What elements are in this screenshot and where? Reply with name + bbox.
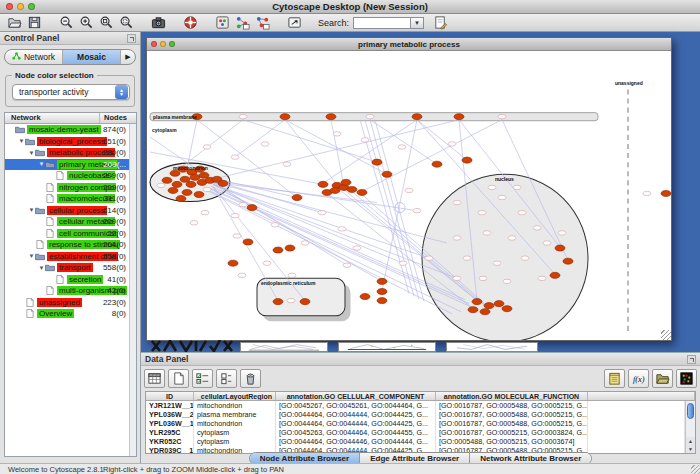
select-attrs-icon[interactable] [192,369,213,388]
network-node[interactable] [261,142,269,146]
unselect-attrs-icon[interactable] [216,369,237,388]
zoom-in-icon[interactable] [78,15,95,30]
expand-arrow-icon[interactable]: ▼ [28,207,35,213]
tree-row[interactable]: ▼biological_process651(0) [5,136,129,148]
selected-network-node[interactable] [292,194,302,200]
selected-network-node[interactable] [176,196,186,202]
network-node[interactable] [190,221,198,225]
selected-network-node[interactable] [273,299,283,305]
network-node[interactable] [203,145,211,149]
network-node[interactable] [448,142,456,146]
table-row[interactable]: YKR052Ccytoplasm[GO:0044464, GO:0044446,… [146,437,685,446]
network-node[interactable] [453,276,461,280]
tree-row[interactable]: ▼metabolic process280(0) [5,147,129,159]
import-attrs-icon[interactable] [652,369,673,388]
search-dropdown-icon[interactable]: ▼ [411,17,424,29]
network-node[interactable] [338,227,346,231]
selected-network-node[interactable] [347,186,357,192]
tree-row[interactable]: ▼cellular process614(0) [5,205,129,217]
expand-arrow-icon[interactable]: ▼ [28,150,35,156]
selected-network-node[interactable] [318,181,328,187]
function-icon[interactable]: f(x) [628,369,649,388]
network-node[interactable] [203,187,211,191]
network-node[interactable] [643,191,651,195]
table-row[interactable]: YJR121W__1mitochondrion[GO:0045267, GO:0… [146,401,685,410]
tree-row[interactable]: response to stimulu264(0) [5,239,129,251]
network-node[interactable] [283,162,291,166]
tree-row[interactable]: ▼establishment of lo558(0) [5,251,129,263]
network-node[interactable] [288,273,296,277]
vizmapper-icon[interactable] [214,15,231,30]
column-header[interactable]: annotation.GO CELLULAR_COMPONENT [276,392,436,400]
network-node[interactable] [508,236,516,240]
network-node[interactable] [366,114,374,118]
selected-network-node[interactable] [182,189,192,195]
network-node[interactable] [239,202,247,206]
annotation-icon[interactable] [432,15,449,30]
selected-network-node[interactable] [494,301,504,307]
selected-network-node[interactable] [377,298,387,304]
network-node[interactable] [543,241,551,245]
network-node[interactable] [463,256,471,260]
network-node[interactable] [361,138,369,142]
tree-row[interactable]: cellular metabo209(0) [5,216,129,228]
network-node[interactable] [353,246,361,250]
network-node[interactable] [518,210,526,214]
app-resize-grip[interactable] [691,465,700,474]
network-node[interactable] [231,155,239,159]
tree-row[interactable]: cell communicat22(0) [5,228,129,240]
notepad-icon[interactable] [604,369,625,388]
selected-network-node[interactable] [468,307,478,313]
snapshot-icon[interactable] [150,15,167,30]
tree-scrollbar[interactable] [129,124,136,456]
matrix-icon[interactable] [676,369,697,388]
tree-row[interactable]: secretion41(0) [5,274,129,286]
selected-network-node[interactable] [454,114,464,120]
network-node[interactable] [453,200,461,204]
selected-network-node[interactable] [190,174,200,180]
table-row[interactable]: YPL036W__1mitochondrion[GO:0044464, GO:0… [146,419,685,428]
delete-attr-icon[interactable] [240,369,261,388]
network-node[interactable] [157,183,165,187]
selected-network-node[interactable] [273,247,283,253]
network-node[interactable] [513,185,521,189]
network-node[interactable] [287,298,295,302]
network-node[interactable] [488,185,496,189]
tab-mosaic[interactable]: Mosaic [63,50,121,64]
table-row[interactable]: YLR295Ccytoplasm[GO:0045263, GO:0044464,… [146,428,685,437]
background-window-fragment[interactable] [446,342,538,352]
selected-network-node[interactable] [330,187,340,193]
tree-row[interactable]: ▼primary metabo209(... [5,159,129,171]
network-modify-icon[interactable] [254,15,271,30]
float-panel-icon[interactable] [127,34,136,43]
network-node[interactable] [399,261,407,265]
expand-arrow-icon[interactable]: ▼ [38,161,45,167]
selected-network-node[interactable] [357,189,367,195]
selected-network-node[interactable] [661,190,671,196]
selected-network-node[interactable] [472,299,482,305]
network-node[interactable] [533,226,541,230]
tabs-overflow-button[interactable]: ▶ [121,50,135,64]
background-window-fragment[interactable] [338,342,436,352]
table-row[interactable]: YPL036W__2plasma membrane[GO:0044464, GO… [146,410,685,419]
selected-network-node[interactable] [412,114,422,120]
selected-network-node[interactable] [300,299,310,305]
selected-network-node[interactable] [432,161,442,167]
selected-network-node[interactable] [372,159,382,165]
open-folder-icon[interactable] [6,15,23,30]
zoom-out-icon[interactable] [58,15,75,30]
column-header[interactable]: annotation.GO MOLECULAR_FUNCTION [436,392,588,400]
selected-network-node[interactable] [555,245,565,251]
network-node[interactable] [425,256,433,260]
selected-network-node[interactable] [228,260,238,266]
tree-header-nodes[interactable]: Nodes [100,113,136,123]
selected-network-node[interactable] [550,272,560,278]
help-icon[interactable] [182,15,199,30]
selected-network-node[interactable] [172,181,182,187]
new-attr-icon[interactable] [168,369,189,388]
network-node[interactable] [479,276,487,280]
network-node[interactable] [271,223,279,227]
network-node[interactable] [318,210,326,214]
selected-network-node[interactable] [218,180,228,186]
selected-network-node[interactable] [285,245,295,251]
